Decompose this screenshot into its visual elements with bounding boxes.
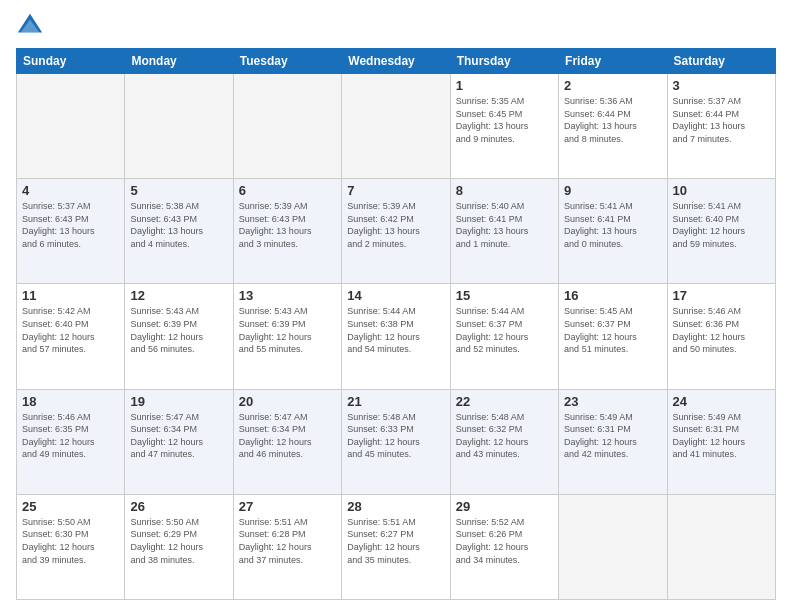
- week-row-4: 18Sunrise: 5:46 AM Sunset: 6:35 PM Dayli…: [17, 389, 776, 494]
- day-info: Sunrise: 5:49 AM Sunset: 6:31 PM Dayligh…: [673, 411, 770, 461]
- day-info: Sunrise: 5:45 AM Sunset: 6:37 PM Dayligh…: [564, 305, 661, 355]
- calendar-cell: 21Sunrise: 5:48 AM Sunset: 6:33 PM Dayli…: [342, 389, 450, 494]
- day-number: 2: [564, 78, 661, 93]
- day-info: Sunrise: 5:40 AM Sunset: 6:41 PM Dayligh…: [456, 200, 553, 250]
- day-number: 10: [673, 183, 770, 198]
- calendar-cell: 12Sunrise: 5:43 AM Sunset: 6:39 PM Dayli…: [125, 284, 233, 389]
- day-number: 17: [673, 288, 770, 303]
- day-number: 13: [239, 288, 336, 303]
- day-number: 22: [456, 394, 553, 409]
- calendar-cell: 23Sunrise: 5:49 AM Sunset: 6:31 PM Dayli…: [559, 389, 667, 494]
- calendar-cell: 28Sunrise: 5:51 AM Sunset: 6:27 PM Dayli…: [342, 494, 450, 599]
- day-number: 16: [564, 288, 661, 303]
- day-info: Sunrise: 5:44 AM Sunset: 6:37 PM Dayligh…: [456, 305, 553, 355]
- calendar-cell: 11Sunrise: 5:42 AM Sunset: 6:40 PM Dayli…: [17, 284, 125, 389]
- col-header-monday: Monday: [125, 49, 233, 74]
- day-info: Sunrise: 5:50 AM Sunset: 6:29 PM Dayligh…: [130, 516, 227, 566]
- calendar-cell: 7Sunrise: 5:39 AM Sunset: 6:42 PM Daylig…: [342, 179, 450, 284]
- calendar-table: SundayMondayTuesdayWednesdayThursdayFrid…: [16, 48, 776, 600]
- calendar-cell: 22Sunrise: 5:48 AM Sunset: 6:32 PM Dayli…: [450, 389, 558, 494]
- calendar-cell: 17Sunrise: 5:46 AM Sunset: 6:36 PM Dayli…: [667, 284, 775, 389]
- calendar-cell: 27Sunrise: 5:51 AM Sunset: 6:28 PM Dayli…: [233, 494, 341, 599]
- day-number: 20: [239, 394, 336, 409]
- day-info: Sunrise: 5:43 AM Sunset: 6:39 PM Dayligh…: [239, 305, 336, 355]
- day-info: Sunrise: 5:36 AM Sunset: 6:44 PM Dayligh…: [564, 95, 661, 145]
- calendar-cell: 20Sunrise: 5:47 AM Sunset: 6:34 PM Dayli…: [233, 389, 341, 494]
- calendar-cell: 3Sunrise: 5:37 AM Sunset: 6:44 PM Daylig…: [667, 74, 775, 179]
- week-row-5: 25Sunrise: 5:50 AM Sunset: 6:30 PM Dayli…: [17, 494, 776, 599]
- calendar-cell: 2Sunrise: 5:36 AM Sunset: 6:44 PM Daylig…: [559, 74, 667, 179]
- col-header-thursday: Thursday: [450, 49, 558, 74]
- day-number: 9: [564, 183, 661, 198]
- day-info: Sunrise: 5:51 AM Sunset: 6:27 PM Dayligh…: [347, 516, 444, 566]
- day-info: Sunrise: 5:47 AM Sunset: 6:34 PM Dayligh…: [239, 411, 336, 461]
- calendar-cell: 29Sunrise: 5:52 AM Sunset: 6:26 PM Dayli…: [450, 494, 558, 599]
- col-header-friday: Friday: [559, 49, 667, 74]
- day-number: 15: [456, 288, 553, 303]
- day-number: 27: [239, 499, 336, 514]
- day-info: Sunrise: 5:46 AM Sunset: 6:36 PM Dayligh…: [673, 305, 770, 355]
- calendar-cell: 19Sunrise: 5:47 AM Sunset: 6:34 PM Dayli…: [125, 389, 233, 494]
- day-number: 19: [130, 394, 227, 409]
- col-header-sunday: Sunday: [17, 49, 125, 74]
- day-info: Sunrise: 5:42 AM Sunset: 6:40 PM Dayligh…: [22, 305, 119, 355]
- logo-icon: [16, 12, 44, 40]
- day-info: Sunrise: 5:44 AM Sunset: 6:38 PM Dayligh…: [347, 305, 444, 355]
- day-info: Sunrise: 5:47 AM Sunset: 6:34 PM Dayligh…: [130, 411, 227, 461]
- calendar-cell: 14Sunrise: 5:44 AM Sunset: 6:38 PM Dayli…: [342, 284, 450, 389]
- day-info: Sunrise: 5:39 AM Sunset: 6:43 PM Dayligh…: [239, 200, 336, 250]
- day-number: 4: [22, 183, 119, 198]
- day-number: 26: [130, 499, 227, 514]
- header: [16, 12, 776, 40]
- day-number: 21: [347, 394, 444, 409]
- col-header-saturday: Saturday: [667, 49, 775, 74]
- day-number: 6: [239, 183, 336, 198]
- day-info: Sunrise: 5:41 AM Sunset: 6:40 PM Dayligh…: [673, 200, 770, 250]
- day-number: 7: [347, 183, 444, 198]
- calendar-cell: 13Sunrise: 5:43 AM Sunset: 6:39 PM Dayli…: [233, 284, 341, 389]
- day-number: 25: [22, 499, 119, 514]
- col-header-wednesday: Wednesday: [342, 49, 450, 74]
- day-info: Sunrise: 5:37 AM Sunset: 6:44 PM Dayligh…: [673, 95, 770, 145]
- calendar-cell: [233, 74, 341, 179]
- day-number: 3: [673, 78, 770, 93]
- week-row-1: 1Sunrise: 5:35 AM Sunset: 6:45 PM Daylig…: [17, 74, 776, 179]
- logo: [16, 12, 48, 40]
- header-row: SundayMondayTuesdayWednesdayThursdayFrid…: [17, 49, 776, 74]
- day-number: 5: [130, 183, 227, 198]
- calendar-cell: 25Sunrise: 5:50 AM Sunset: 6:30 PM Dayli…: [17, 494, 125, 599]
- calendar-cell: 4Sunrise: 5:37 AM Sunset: 6:43 PM Daylig…: [17, 179, 125, 284]
- day-info: Sunrise: 5:38 AM Sunset: 6:43 PM Dayligh…: [130, 200, 227, 250]
- calendar-cell: [342, 74, 450, 179]
- calendar-cell: 16Sunrise: 5:45 AM Sunset: 6:37 PM Dayli…: [559, 284, 667, 389]
- week-row-2: 4Sunrise: 5:37 AM Sunset: 6:43 PM Daylig…: [17, 179, 776, 284]
- day-number: 1: [456, 78, 553, 93]
- day-number: 29: [456, 499, 553, 514]
- col-header-tuesday: Tuesday: [233, 49, 341, 74]
- day-number: 24: [673, 394, 770, 409]
- calendar-cell: 26Sunrise: 5:50 AM Sunset: 6:29 PM Dayli…: [125, 494, 233, 599]
- calendar-cell: [559, 494, 667, 599]
- calendar-cell: 15Sunrise: 5:44 AM Sunset: 6:37 PM Dayli…: [450, 284, 558, 389]
- calendar-cell: 18Sunrise: 5:46 AM Sunset: 6:35 PM Dayli…: [17, 389, 125, 494]
- calendar-cell: 6Sunrise: 5:39 AM Sunset: 6:43 PM Daylig…: [233, 179, 341, 284]
- day-info: Sunrise: 5:52 AM Sunset: 6:26 PM Dayligh…: [456, 516, 553, 566]
- calendar-cell: 5Sunrise: 5:38 AM Sunset: 6:43 PM Daylig…: [125, 179, 233, 284]
- day-info: Sunrise: 5:41 AM Sunset: 6:41 PM Dayligh…: [564, 200, 661, 250]
- day-info: Sunrise: 5:35 AM Sunset: 6:45 PM Dayligh…: [456, 95, 553, 145]
- day-number: 8: [456, 183, 553, 198]
- page: SundayMondayTuesdayWednesdayThursdayFrid…: [0, 0, 792, 612]
- calendar-cell: [667, 494, 775, 599]
- day-info: Sunrise: 5:50 AM Sunset: 6:30 PM Dayligh…: [22, 516, 119, 566]
- calendar-cell: 10Sunrise: 5:41 AM Sunset: 6:40 PM Dayli…: [667, 179, 775, 284]
- day-info: Sunrise: 5:43 AM Sunset: 6:39 PM Dayligh…: [130, 305, 227, 355]
- day-info: Sunrise: 5:51 AM Sunset: 6:28 PM Dayligh…: [239, 516, 336, 566]
- calendar-cell: 24Sunrise: 5:49 AM Sunset: 6:31 PM Dayli…: [667, 389, 775, 494]
- calendar-cell: 8Sunrise: 5:40 AM Sunset: 6:41 PM Daylig…: [450, 179, 558, 284]
- day-info: Sunrise: 5:48 AM Sunset: 6:32 PM Dayligh…: [456, 411, 553, 461]
- day-info: Sunrise: 5:49 AM Sunset: 6:31 PM Dayligh…: [564, 411, 661, 461]
- day-number: 12: [130, 288, 227, 303]
- calendar-cell: [17, 74, 125, 179]
- day-info: Sunrise: 5:48 AM Sunset: 6:33 PM Dayligh…: [347, 411, 444, 461]
- day-number: 23: [564, 394, 661, 409]
